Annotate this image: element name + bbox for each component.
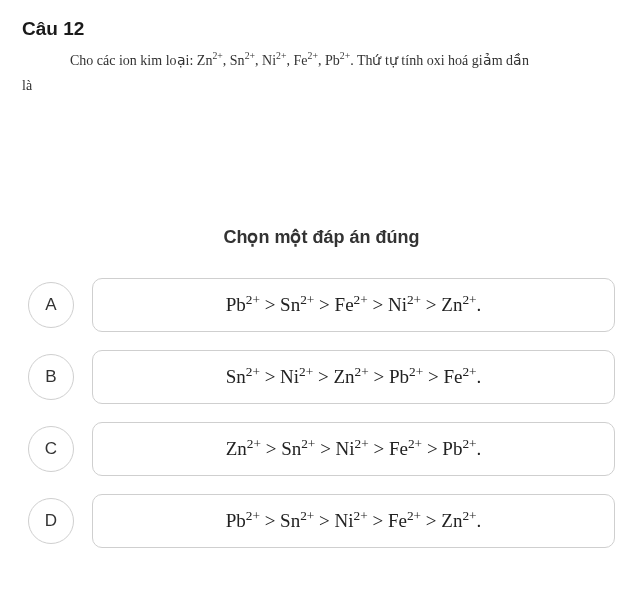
option-content-a[interactable]: Pb2+ > Sn2+ > Fe2+ > Ni2+ > Zn2+. <box>92 278 615 332</box>
options-list: APb2+ > Sn2+ > Fe2+ > Ni2+ > Zn2+.BSn2+ … <box>22 278 621 548</box>
ion: Ni2+ <box>262 53 286 68</box>
option-text: Sn2+ > Ni2+ > Zn2+ > Pb2+ > Fe2+. <box>226 366 482 388</box>
option-letter-d[interactable]: D <box>28 498 74 544</box>
question-prefix: Cho các ion kim loại: <box>22 53 197 68</box>
option-text: Pb2+ > Sn2+ > Fe2+ > Ni2+ > Zn2+. <box>226 294 482 316</box>
option-letter-c[interactable]: C <box>28 426 74 472</box>
ion: Sn2+ <box>230 53 255 68</box>
ion: Zn2+ <box>197 53 223 68</box>
option-row: BSn2+ > Ni2+ > Zn2+ > Pb2+ > Fe2+. <box>28 350 615 404</box>
option-letter-b[interactable]: B <box>28 354 74 400</box>
question-la: là <box>64 75 621 96</box>
option-row: CZn2+ > Sn2+ > Ni2+ > Fe2+ > Pb2+. <box>28 422 615 476</box>
ion: Pb2+ <box>325 53 350 68</box>
question-block: Câu 12 Cho các ion kim loại: Zn2+, Sn2+,… <box>22 18 621 96</box>
option-content-c[interactable]: Zn2+ > Sn2+ > Ni2+ > Fe2+ > Pb2+. <box>92 422 615 476</box>
option-text: Zn2+ > Sn2+ > Ni2+ > Fe2+ > Pb2+. <box>226 438 482 460</box>
option-letter-a[interactable]: A <box>28 282 74 328</box>
question-number: Câu 12 <box>22 18 621 40</box>
ion: Fe2+ <box>294 53 318 68</box>
option-row: APb2+ > Sn2+ > Fe2+ > Ni2+ > Zn2+. <box>28 278 615 332</box>
question-ions: Zn2+, Sn2+, Ni2+, Fe2+, Pb2+ <box>197 53 350 68</box>
question-suffix: . Thứ tự tính oxi hoá giảm dần <box>350 53 529 68</box>
option-content-b[interactable]: Sn2+ > Ni2+ > Zn2+ > Pb2+ > Fe2+. <box>92 350 615 404</box>
option-content-d[interactable]: Pb2+ > Sn2+ > Ni2+ > Fe2+ > Zn2+. <box>92 494 615 548</box>
option-row: DPb2+ > Sn2+ > Ni2+ > Fe2+ > Zn2+. <box>28 494 615 548</box>
question-text: Cho các ion kim loại: Zn2+, Sn2+, Ni2+, … <box>22 50 621 96</box>
instruction-heading: Chọn một đáp án đúng <box>22 226 621 248</box>
option-text: Pb2+ > Sn2+ > Ni2+ > Fe2+ > Zn2+. <box>226 510 482 532</box>
